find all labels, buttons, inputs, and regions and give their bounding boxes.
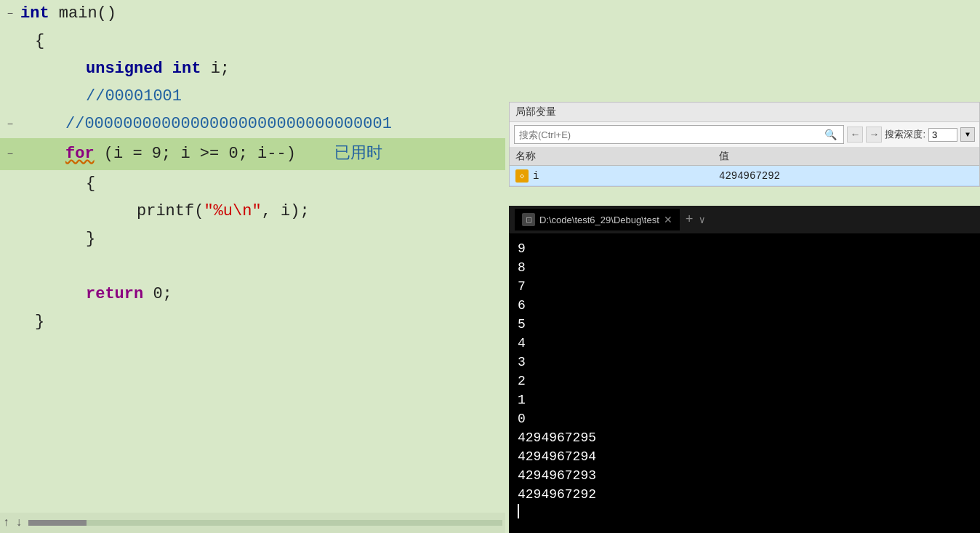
terminal-line-6: 6	[518, 296, 971, 315]
editor-scrollbar[interactable]: ↑ ↓	[0, 513, 505, 533]
code-editor: − int main() { unsigned int i; //0000100…	[0, 0, 505, 533]
code-line-close-brace1: }	[0, 308, 505, 336]
code-line-comment1: //00001001	[0, 83, 505, 111]
terminal-add-button[interactable]: +	[686, 212, 694, 227]
code-line-unsigned: unsigned int i;	[0, 55, 505, 83]
terminal-line-7: 7	[518, 277, 971, 296]
scroll-track[interactable]	[28, 520, 502, 526]
code-line-close-brace2: }	[0, 225, 505, 253]
search-icon[interactable]: 🔍	[823, 126, 840, 143]
terminal-dropdown-button[interactable]: ∨	[699, 214, 705, 226]
code-text-brace2: {	[86, 170, 95, 198]
code-line-open-brace2: {	[0, 170, 505, 198]
terminal-line-4294967292: 4294967292	[518, 485, 971, 504]
search-next-button[interactable]: →	[866, 127, 882, 143]
terminal-close-button[interactable]: ✕	[664, 214, 672, 225]
terminal-line-4294967294: 4294967294	[518, 447, 971, 466]
code-line-return: return 0;	[0, 281, 505, 308]
code-line-printf: printf("%u\n", i);	[0, 198, 505, 225]
code-text-close-brace1: }	[35, 308, 44, 336]
terminal-line-4294967295: 4294967295	[518, 428, 971, 447]
terminal-line-1: 1	[518, 390, 971, 409]
code-line-open-brace: {	[0, 28, 505, 55]
depth-dropdown-button[interactable]: ▼	[960, 127, 975, 142]
terminal-tab[interactable]: ⊡ D:\code\test6_29\Debug\test ✕	[515, 209, 680, 231]
terminal-tab-icon: ⊡	[522, 213, 535, 226]
col-name-header: 名称	[515, 150, 719, 163]
depth-label: 搜索深度:	[885, 128, 925, 141]
terminal-line-4294967293: 4294967293	[518, 466, 971, 485]
terminal-line-5: 5	[518, 315, 971, 334]
code-line-comment2: − //00000000000000000000000000000001	[0, 111, 505, 138]
scroll-thumb[interactable]	[28, 520, 87, 526]
terminal-cursor	[518, 504, 519, 518]
fold-button-comment2[interactable]: −	[0, 119, 20, 130]
variable-icon: ◇	[515, 169, 529, 183]
code-text-printf: printf("%u\n", i);	[137, 198, 310, 225]
code-text-comment1: //00001001	[86, 83, 182, 111]
var-name-cell: ◇ i	[515, 169, 719, 183]
fold-button-for[interactable]: −	[0, 148, 20, 160]
code-text-close-brace2: }	[86, 225, 95, 253]
code-text-comment2: //00000000000000000000000000000001	[65, 111, 392, 138]
terminal-line-4: 4	[518, 334, 971, 353]
code-line-empty	[0, 253, 505, 281]
locals-search-input[interactable]	[519, 129, 823, 140]
scroll-left-arrow[interactable]: ↑	[3, 516, 10, 529]
terminal-line-9: 9	[518, 239, 971, 258]
locals-toolbar: 🔍 ← → 搜索深度: ▼	[510, 122, 979, 148]
locals-panel-title: 局部变量	[510, 103, 979, 122]
code-line-main: − int main()	[0, 0, 505, 28]
code-text-brace1: {	[35, 28, 44, 55]
locals-panel: 局部变量 🔍 ← → 搜索深度: ▼ 名称 值 ◇ i 4294967292	[509, 102, 980, 187]
terminal-tab-title: D:\code\test6_29\Debug\test	[539, 215, 659, 225]
depth-value-input[interactable]	[928, 128, 957, 142]
terminal-line-3: 3	[518, 353, 971, 372]
code-text-main: int main()	[20, 0, 116, 28]
terminal-line-0: 0	[518, 409, 971, 428]
locals-table-header: 名称 值	[510, 148, 979, 166]
terminal-cursor-line	[518, 504, 971, 518]
locals-variable-row-i[interactable]: ◇ i 4294967292	[510, 166, 979, 186]
col-value-header: 值	[719, 150, 973, 163]
code-text-for: for (i = 9; i >= 0; i--) 已用时	[65, 140, 382, 168]
terminal-panel: ⊡ D:\code\test6_29\Debug\test ✕ + ∨ 9 8 …	[509, 206, 980, 533]
locals-search-box[interactable]: 🔍	[514, 125, 844, 144]
terminal-tab-bar: ⊡ D:\code\test6_29\Debug\test ✕ + ∨	[509, 206, 980, 233]
scroll-down-arrow[interactable]: ↓	[16, 516, 23, 529]
var-name-label: i	[533, 170, 719, 182]
search-prev-button[interactable]: ←	[847, 127, 863, 143]
terminal-line-2: 2	[518, 372, 971, 390]
terminal-body: 9 8 7 6 5 4 3 2 1 0 4294967295 429496729…	[509, 233, 980, 533]
var-value-cell: 4294967292	[719, 169, 973, 183]
terminal-line-8: 8	[518, 258, 971, 277]
fold-button-main[interactable]: −	[0, 8, 20, 20]
code-text-unsigned: unsigned int i;	[86, 55, 230, 83]
code-text-return: return 0;	[86, 281, 172, 308]
code-line-for: − for (i = 9; i >= 0; i--) 已用时	[0, 138, 505, 170]
var-value-label: 4294967292	[719, 170, 780, 182]
